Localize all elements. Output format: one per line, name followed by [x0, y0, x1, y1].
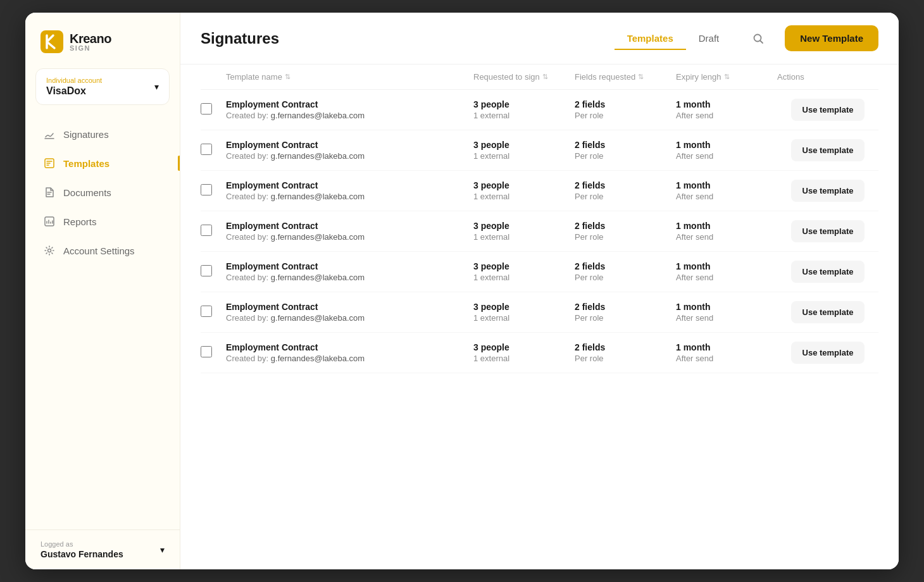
requested-cell: 3 people 1 external — [473, 261, 575, 282]
use-template-button[interactable]: Use template — [791, 261, 865, 283]
requested-primary: 3 people — [473, 302, 575, 312]
fields-primary: 2 fields — [575, 180, 676, 190]
settings-icon — [43, 244, 56, 257]
sidebar: Kreano SIGN Individual account VisaDox ▾ — [25, 13, 180, 569]
signatures-icon — [43, 128, 56, 140]
row-checkbox[interactable] — [201, 103, 212, 115]
table-row: Employment Contract Created by: g.fernan… — [201, 130, 878, 171]
template-info: Employment Contract Created by: g.fernan… — [226, 180, 473, 201]
actions-cell: Use template — [777, 99, 878, 121]
col-header-actions: Actions — [777, 72, 878, 82]
template-info: Employment Contract Created by: g.fernan… — [226, 342, 473, 363]
expiry-primary: 1 month — [676, 261, 777, 271]
kreano-logo-icon — [41, 30, 63, 53]
template-creator: Created by: g.fernandes@lakeba.com — [226, 151, 473, 161]
table-row: Employment Contract Created by: g.fernan… — [201, 252, 878, 292]
expiry-cell: 1 month After send — [676, 261, 777, 282]
actions-cell: Use template — [777, 342, 878, 364]
template-creator: Created by: g.fernandes@lakeba.com — [226, 273, 473, 282]
expiry-secondary: After send — [676, 151, 777, 161]
sidebar-label-documents: Documents — [63, 187, 111, 198]
sort-icon-expiry[interactable]: ⇅ — [724, 73, 730, 81]
template-creator: Created by: g.fernandes@lakeba.com — [226, 354, 473, 363]
sidebar-item-templates[interactable]: Templates — [33, 149, 172, 177]
fields-primary: 2 fields — [575, 261, 676, 271]
sidebar-label-signatures: Signatures — [63, 129, 109, 140]
requested-primary: 3 people — [473, 221, 575, 231]
requested-primary: 3 people — [473, 261, 575, 271]
tabs: Templates Draft — [615, 28, 732, 49]
row-checkbox[interactable] — [201, 184, 212, 195]
chevron-down-icon: ▾ — [154, 82, 159, 92]
sidebar-footer: Logged as Gustavo Fernandes ▾ — [25, 529, 180, 569]
use-template-button[interactable]: Use template — [791, 220, 865, 242]
table-row: Employment Contract Created by: g.fernan… — [201, 171, 878, 211]
row-checkbox[interactable] — [201, 225, 212, 236]
fields-secondary: Per role — [575, 273, 676, 282]
expiry-primary: 1 month — [676, 221, 777, 231]
row-checkbox-wrapper — [201, 103, 226, 117]
requested-cell: 3 people 1 external — [473, 342, 575, 363]
fields-secondary: Per role — [575, 111, 676, 120]
row-checkbox[interactable] — [201, 306, 212, 317]
requested-primary: 3 people — [473, 180, 575, 190]
account-name: VisaDox — [46, 85, 102, 97]
tab-draft[interactable]: Draft — [686, 28, 732, 50]
requested-cell: 3 people 1 external — [473, 221, 575, 242]
fields-secondary: Per role — [575, 151, 676, 161]
reports-icon — [43, 215, 56, 228]
template-name: Employment Contract — [226, 302, 473, 312]
logo-text: Kreano SIGN — [70, 32, 111, 52]
use-template-button[interactable]: Use template — [791, 180, 865, 202]
table-header: Template name ⇅ Requested to sign ⇅ Fiel… — [201, 65, 878, 90]
app-sub: SIGN — [70, 45, 111, 52]
top-bar: Signatures Templates Draft New Template — [180, 13, 899, 65]
row-checkbox-wrapper — [201, 225, 226, 238]
use-template-button[interactable]: Use template — [791, 139, 865, 161]
requested-primary: 3 people — [473, 140, 575, 150]
documents-icon — [43, 186, 56, 199]
expiry-secondary: After send — [676, 313, 777, 323]
sort-icon-requested[interactable]: ⇅ — [542, 73, 548, 81]
svg-point-3 — [48, 249, 51, 252]
row-checkbox[interactable] — [201, 265, 212, 276]
requested-secondary: 1 external — [473, 354, 575, 363]
sort-icon-fields[interactable]: ⇅ — [638, 73, 644, 81]
sidebar-item-account-settings[interactable]: Account Settings — [33, 237, 172, 264]
use-template-button[interactable]: Use template — [791, 342, 865, 364]
templates-icon — [43, 157, 56, 170]
fields-primary: 2 fields — [575, 99, 676, 109]
requested-secondary: 1 external — [473, 111, 575, 120]
tab-templates[interactable]: Templates — [615, 28, 686, 50]
expiry-primary: 1 month — [676, 302, 777, 312]
expiry-primary: 1 month — [676, 140, 777, 150]
use-template-button[interactable]: Use template — [791, 301, 865, 323]
template-name: Employment Contract — [226, 342, 473, 352]
requested-primary: 3 people — [473, 342, 575, 352]
sidebar-item-documents[interactable]: Documents — [33, 178, 172, 206]
account-switcher[interactable]: Individual account VisaDox ▾ — [35, 68, 170, 105]
logged-as-label: Logged as — [41, 540, 123, 548]
row-checkbox[interactable] — [201, 144, 212, 155]
expiry-secondary: After send — [676, 232, 777, 242]
expiry-secondary: After send — [676, 273, 777, 282]
row-checkbox[interactable] — [201, 346, 212, 357]
row-checkbox-wrapper — [201, 144, 226, 158]
fields-secondary: Per role — [575, 354, 676, 363]
new-template-button[interactable]: New Template — [785, 25, 878, 51]
sidebar-item-signatures[interactable]: Signatures — [33, 120, 172, 148]
requested-secondary: 1 external — [473, 151, 575, 161]
template-name: Employment Contract — [226, 261, 473, 271]
sort-icon-name[interactable]: ⇅ — [285, 73, 290, 81]
col-header-fields: Fields requested ⇅ — [575, 72, 676, 82]
requested-cell: 3 people 1 external — [473, 302, 575, 323]
col-header-requested: Requested to sign ⇅ — [473, 72, 575, 82]
fields-secondary: Per role — [575, 313, 676, 323]
sidebar-item-reports[interactable]: Reports — [33, 207, 172, 235]
search-button[interactable] — [747, 27, 770, 50]
sidebar-label-reports: Reports — [63, 216, 97, 227]
use-template-button[interactable]: Use template — [791, 99, 865, 121]
table-row: Employment Contract Created by: g.fernan… — [201, 333, 878, 373]
col-header-name: Template name ⇅ — [226, 72, 473, 82]
user-chevron-icon[interactable]: ▾ — [160, 545, 165, 555]
